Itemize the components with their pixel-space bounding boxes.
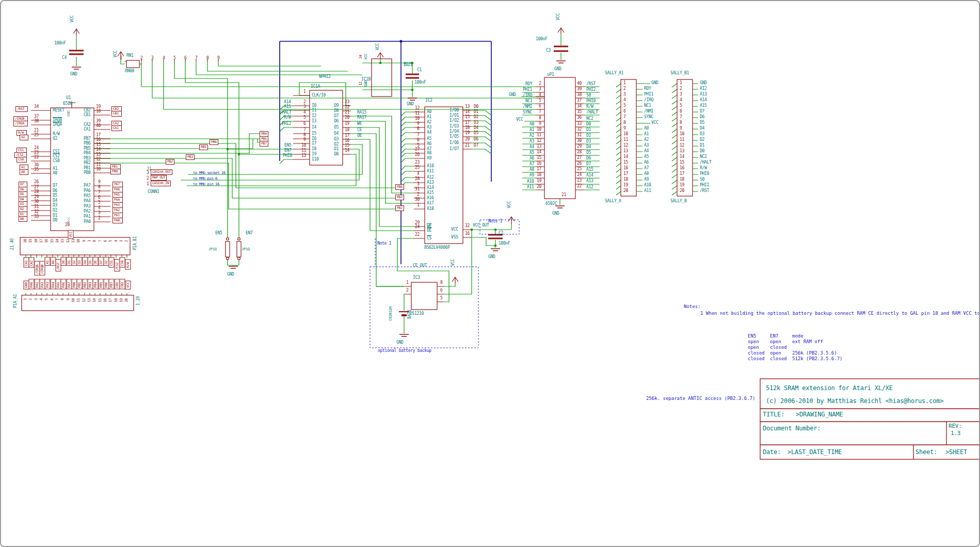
schematic-text-10: 10 [72, 298, 75, 302]
schematic-text-29: 29 [577, 144, 582, 149]
schematic-text-optional-battery-backup: optional battery backup [378, 349, 431, 353]
net-tag-cs0-: CS0_ [17, 157, 27, 163]
schematic-text-12: 12 [537, 139, 541, 143]
schematic-text-a11: A11 [644, 189, 651, 193]
schematic-text-13: 13 [465, 105, 470, 109]
schematic-text-5: 5 [440, 296, 443, 300]
schematic-text-d0: D0 [474, 105, 478, 109]
schematic-text-30: 30 [577, 139, 582, 143]
schematic-text-5: 5 [45, 298, 49, 300]
net-tag-pb3: PB3 [395, 195, 404, 200]
schematic-text-d1: D1 [700, 143, 704, 148]
schematic-text-d3: D3 [474, 121, 478, 125]
schematic-text-20: 20 [345, 116, 349, 120]
net-tag-pb3: PB3 [186, 154, 195, 160]
schematic-text-6502c: 6502C [545, 202, 557, 206]
schematic-text-6: 6 [98, 196, 101, 200]
schematic-text-phi1: PHI1 [523, 88, 532, 92]
schematic-text-7: 7 [303, 128, 306, 132]
schematic-text-9: 9 [303, 138, 306, 142]
net-tag--cs2-: /CS2_ [115, 259, 120, 271]
schematic-text-sync: SYNC [523, 110, 532, 115]
schematic-text-ce-out: CE_OUT [413, 264, 427, 268]
schematic-text-rn1: RN1 [126, 54, 134, 58]
schematic-text-nc1: NC1 [644, 104, 651, 108]
net-tag-d6-: D6_ [93, 257, 99, 266]
schematic-text-d7: D7 [586, 162, 591, 166]
schematic-text-a15: A15 [284, 105, 291, 109]
schematic-text-8: 8 [623, 121, 626, 125]
schematic-text-vcc: VCC [451, 228, 458, 232]
schematic-text-i3: I3 [312, 119, 316, 123]
schematic-text-sally-a1: SALLY_A1 [605, 71, 623, 75]
schematic-text-o2: O2 [334, 142, 339, 147]
schematic-text-vcc: VCC [114, 51, 118, 58]
schematic-text-21: 21 [465, 143, 470, 148]
schematic-text-ca1: CA1 [84, 127, 91, 132]
net-tag-pa7-: PA7_ [67, 279, 72, 289]
schematic-text-ce: CE [357, 128, 362, 132]
schematic-text-23: 23 [34, 151, 39, 155]
net-tag-pa5-: PA5_ [56, 279, 61, 289]
title-block-product: 512k SRAM extension for Atari XL/XE [766, 385, 893, 391]
schematic-text-6: 6 [104, 240, 107, 242]
schematic-text-ic3: IC3 [413, 276, 420, 280]
schematic-text-24: 24 [34, 146, 39, 150]
net-tag-d7-: D7_ [99, 257, 104, 266]
schematic-text-a15: A15 [427, 191, 434, 195]
schematic-text-18: 18 [35, 239, 38, 243]
schematic-text-d3: D3 [586, 139, 591, 143]
schematic-text-i-o6: I/O6 [449, 141, 459, 145]
schematic-text-d2: D2 [586, 134, 591, 138]
schematic-text-19: 19 [465, 131, 470, 135]
mode-table-cell: open [770, 340, 781, 344]
schematic-text-4: 4 [539, 93, 541, 97]
schematic-text-27: 27 [34, 185, 39, 189]
schematic-text-39: 39 [577, 87, 582, 91]
net-tag-cb2-: CB2_ [120, 279, 125, 289]
schematic-text-a11: A11 [527, 185, 534, 189]
schematic-text-pb5: PB5 [84, 147, 91, 151]
schematic-text-r-w: R/W [586, 105, 593, 109]
schematic-text-3: 3 [539, 87, 541, 91]
net-tag-pb1-: PB1_ [77, 279, 83, 289]
schematic-text-a12: A12 [700, 87, 707, 91]
schematic-text-o9: O9 [334, 104, 339, 108]
schematic-text-100nf: 100nF [499, 242, 510, 246]
schematic-text-a18: A18 [427, 207, 434, 211]
net-tag-pa6-: PA6_ [113, 187, 123, 192]
schematic-text-24: 24 [415, 225, 420, 229]
schematic-text-37: 37 [577, 99, 582, 103]
schematic-text-12: 12 [96, 157, 101, 162]
schematic-text-bs62lv4006p: BS62LV4006P [424, 246, 450, 250]
schematic-text-13: 13 [537, 144, 541, 149]
schematic-text-11: 11 [77, 298, 81, 302]
schematic-text-9: 9 [623, 126, 626, 131]
schematic-text-3: 3 [120, 240, 123, 242]
schematic-text-vcc: VCC [70, 15, 74, 23]
title-block-copyright: (c) 2006-2010 by Matthias Reichl <hias@h… [766, 398, 943, 404]
schematic-text-7: 7 [539, 110, 541, 114]
schematic-text-i0: I0 [312, 104, 316, 108]
schematic-text-6: 6 [417, 138, 420, 142]
schematic-text-ds1210: DS1210 [410, 312, 424, 316]
net-tag-pb2-: PB2_ [83, 279, 88, 289]
schematic-text-12: 12 [680, 143, 684, 148]
schematic-text-vcc: Vcc [67, 217, 71, 223]
mode-table-cell: closed [770, 345, 787, 350]
net-tag-pb2: PB2 [395, 205, 404, 211]
schematic-text--nmi: /NMI [644, 109, 653, 114]
schematic-text-ca2: CA2 [84, 123, 91, 127]
schematic-text-oe: OE [357, 134, 362, 138]
schematic-text-22: 22 [34, 155, 39, 159]
schematic-text-phi2: PHI2 [586, 88, 596, 92]
schematic-text-o6: O6 [334, 119, 339, 123]
schematic-text-40: 40 [577, 82, 582, 86]
schematic-text-2: 2 [29, 298, 33, 300]
schematic-text-a6: A6 [529, 156, 534, 160]
schematic-text-27: 27 [577, 156, 582, 160]
schematic-text-11: 11 [96, 163, 101, 167]
schematic-text-10: 10 [623, 132, 628, 136]
schematic-text-rdy: RDY [525, 82, 533, 86]
schematic-text-6: 6 [539, 104, 541, 108]
